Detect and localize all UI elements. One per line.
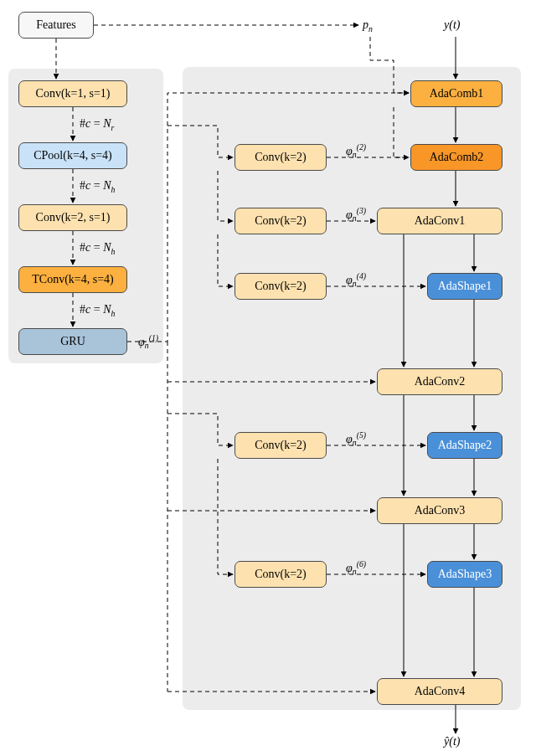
left-cpool: CPool(k=4, s=4) xyxy=(18,142,127,169)
mid-conv-4: Conv(k=2) xyxy=(234,273,327,300)
phi5-label: φn(5) xyxy=(346,430,366,447)
adacomb2: AdaComb2 xyxy=(410,144,502,171)
yhat-label: ŷ(t) xyxy=(444,735,460,748)
pn-label: pn xyxy=(363,18,373,33)
phi2-label: φn(2) xyxy=(346,142,366,159)
adashape1: AdaShape1 xyxy=(427,273,502,300)
phi1-label: φn(1) xyxy=(138,333,158,350)
edge-label-2: #c = Nh xyxy=(80,179,115,194)
mid-conv-3: Conv(k=2) xyxy=(234,208,327,234)
adaconv3: AdaConv3 xyxy=(377,497,502,524)
adaconv1: AdaConv1 xyxy=(377,208,502,234)
phi4-label: φn(4) xyxy=(346,271,366,288)
edge-label-3: #c = Nh xyxy=(80,241,115,256)
edge-label-4: #c = Nh xyxy=(80,303,115,318)
mid-conv-5: Conv(k=2) xyxy=(234,432,327,459)
left-gru: GRU xyxy=(18,328,127,355)
phi6-label: φn(6) xyxy=(346,559,366,576)
mid-conv-2: Conv(k=2) xyxy=(234,144,327,171)
y-input-label: y(t) xyxy=(444,18,460,32)
adaconv4: AdaConv4 xyxy=(377,678,502,705)
adaconv2: AdaConv2 xyxy=(377,368,502,395)
adacomb1: AdaComb1 xyxy=(410,80,502,107)
edge-label-1: #c = Nr xyxy=(80,117,114,132)
mid-conv-6: Conv(k=2) xyxy=(234,561,327,588)
left-conv2: Conv(k=2, s=1) xyxy=(18,204,127,231)
phi3-label: φn(3) xyxy=(346,206,366,223)
adashape2: AdaShape2 xyxy=(427,432,502,459)
left-tconv: TConv(k=4, s=4) xyxy=(18,266,127,293)
features-block: Features xyxy=(18,12,94,39)
left-conv1: Conv(k=1, s=1) xyxy=(18,80,127,107)
adashape3: AdaShape3 xyxy=(427,561,502,588)
